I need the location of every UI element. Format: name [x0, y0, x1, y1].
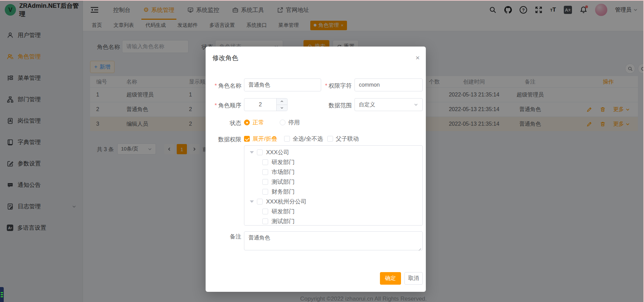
caret-down-icon[interactable]: [250, 200, 254, 203]
cancel-button[interactable]: 取消: [404, 272, 423, 285]
tree-node-label: 市场部门: [272, 168, 295, 176]
checkbox-icon: [244, 136, 250, 142]
tree-node-label: 研发部门: [272, 158, 295, 166]
tree-node-dept[interactable]: 财务部门: [244, 187, 422, 197]
tree-node-dept[interactable]: 测试部门: [244, 216, 422, 226]
radio-icon: [244, 120, 250, 125]
tree-node-label: 测试部门: [272, 217, 295, 225]
checkbox-icon[interactable]: [257, 149, 263, 155]
confirm-button[interactable]: 确定: [380, 272, 401, 285]
tree-node-dept[interactable]: 测试部门: [244, 177, 422, 187]
tree-node-label: 研发部门: [272, 208, 295, 215]
role-order-label: *角色顺序: [206, 102, 241, 109]
remark-textarea[interactable]: 普通角色: [244, 231, 423, 250]
role-order-stepper: 2: [244, 98, 288, 111]
radio-disabled[interactable]: 停用: [280, 119, 300, 126]
role-name-input[interactable]: [244, 78, 321, 91]
perm-char-input[interactable]: [354, 78, 423, 91]
chevron-down-icon: [280, 106, 284, 110]
radio-normal[interactable]: 正常: [244, 119, 264, 126]
edit-role-dialog: 修改角色 × *角色名称 *权限字符 *角色顺序 2 数据范围 自定义 状态 正…: [206, 47, 426, 292]
chevron-down-icon: [414, 102, 418, 107]
close-icon[interactable]: ×: [416, 54, 420, 61]
increase-button[interactable]: [277, 99, 287, 105]
perm-char-label: *权限字符: [318, 82, 352, 90]
checkbox-expand-collapse[interactable]: 展开/折叠: [244, 135, 277, 143]
dialog-title: 修改角色: [212, 54, 238, 63]
tree-node-label: 测试部门: [272, 178, 295, 186]
tree-node-dept[interactable]: 研发部门: [244, 207, 422, 216]
data-scope-select[interactable]: 自定义: [354, 98, 423, 111]
tree-node-company[interactable]: XXX公司: [244, 147, 422, 157]
caret-down-icon[interactable]: [250, 151, 254, 154]
checkbox-label: 展开/折叠: [253, 135, 277, 143]
tree-node-branch-company[interactable]: XXX杭州分公司: [244, 197, 422, 207]
checkbox-icon[interactable]: [262, 218, 268, 224]
role-order-value[interactable]: 2: [244, 99, 276, 111]
checkbox-icon[interactable]: [262, 179, 268, 185]
radio-label: 正常: [253, 119, 264, 126]
checkbox-icon[interactable]: [262, 169, 268, 175]
tree-node-label: 财务部门: [272, 188, 295, 196]
radio-label: 停用: [288, 119, 300, 126]
checkbox-icon: [327, 136, 333, 142]
status-label: 状态: [206, 119, 241, 127]
checkbox-parent-child[interactable]: 父子联动: [327, 135, 359, 143]
remark-label: 备注: [206, 233, 241, 241]
checkbox-icon[interactable]: [262, 209, 268, 214]
decrease-button[interactable]: [277, 105, 287, 111]
role-name-label: *角色名称: [206, 82, 241, 90]
required-asterisk: *: [214, 102, 217, 109]
status-radio-group: 正常 停用: [244, 119, 300, 126]
data-scope-value: 自定义: [359, 101, 375, 108]
checkbox-icon[interactable]: [257, 199, 263, 205]
data-scope-label: 数据范围: [318, 102, 352, 109]
corner-widget: [0, 287, 4, 302]
checkbox-label: 全选/全不选: [293, 135, 323, 143]
checkbox-icon: [284, 136, 290, 142]
data-perm-label: 数据权限: [206, 136, 241, 143]
radio-icon: [280, 120, 285, 125]
required-asterisk: *: [325, 83, 327, 89]
chevron-up-icon: [280, 100, 284, 103]
tree-node-label: XXX公司: [266, 148, 289, 156]
checkbox-icon[interactable]: [262, 159, 268, 165]
tree-node-dept[interactable]: 研发部门: [244, 157, 422, 167]
required-asterisk: *: [214, 83, 217, 89]
window-top-edge: [0, 0, 644, 1]
tree-node-dept[interactable]: 市场部门: [244, 167, 422, 177]
checkbox-label: 父子联动: [336, 135, 359, 143]
checkbox-select-all[interactable]: 全选/全不选: [284, 135, 323, 143]
checkbox-icon[interactable]: [262, 189, 268, 195]
dept-tree: XXX公司 研发部门 市场部门 测试部门 财务部门 XXX杭州分公司 研发部门: [244, 145, 423, 226]
tree-node-label: XXX杭州分公司: [266, 198, 307, 206]
